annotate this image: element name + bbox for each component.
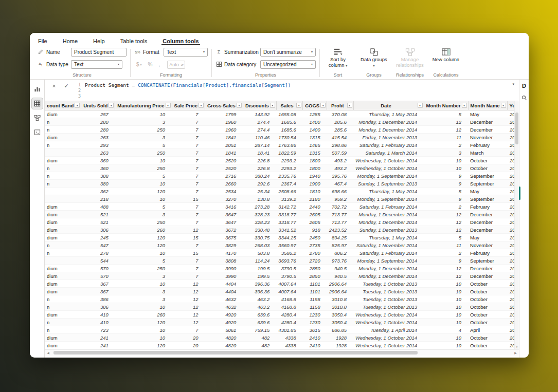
- scroll-down-icon[interactable]: ▾: [515, 345, 519, 348]
- scroll-right-icon[interactable]: ▶: [512, 351, 519, 354]
- table-cell: 2014: [507, 172, 514, 180]
- table-row: n36025072520226.82293.21800493.2Wednesda…: [45, 164, 514, 172]
- filter-icon[interactable]: ▾: [501, 103, 506, 108]
- column-header-discounts[interactable]: Discounts▾: [243, 101, 276, 110]
- horizontal-scrollbar[interactable]: ◀ ▶: [45, 349, 519, 356]
- table-cell: dium: [45, 288, 81, 295]
- scroll-left-icon[interactable]: ◀: [45, 351, 51, 354]
- table-row: dium488573416273.283142.722440702.72Satu…: [45, 203, 514, 211]
- table-cell: 2014: [507, 218, 514, 226]
- summarization-dropdown[interactable]: Don't summarize▾: [260, 48, 316, 57]
- tab-column-tools[interactable]: Column tools: [161, 36, 200, 45]
- data-category-icon: [215, 62, 222, 68]
- table-cell: 463.2: [243, 295, 276, 303]
- column-header-units-sold[interactable]: Units Sold▾: [81, 101, 115, 110]
- cancel-formula-button[interactable]: ×: [50, 82, 58, 90]
- filter-icon[interactable]: ▾: [199, 103, 204, 108]
- filter-icon[interactable]: ▾: [75, 103, 80, 108]
- expand-formula-bar-icon[interactable]: ▾: [512, 82, 514, 86]
- rename-icon: [38, 49, 44, 55]
- filter-icon[interactable]: ▾: [347, 103, 352, 108]
- data-type-dropdown[interactable]: Text▾: [71, 60, 122, 69]
- new-column-button[interactable]: New column: [431, 47, 460, 63]
- table-cell: September: [468, 180, 507, 188]
- column-header-manufacturing-price[interactable]: Manufacturing Price▾: [115, 101, 172, 110]
- table-cell: Monday, 1 December 2014: [353, 272, 424, 280]
- table-cell: 328.23: [243, 218, 276, 226]
- data-pane-collapsed[interactable]: D: [519, 80, 529, 358]
- table-cell: 2014: [507, 141, 514, 149]
- vertical-scrollbar[interactable]: ▾: [514, 101, 519, 349]
- model-view-button[interactable]: [32, 113, 43, 123]
- column-header-month-name[interactable]: Month Name▾: [468, 101, 507, 110]
- table-cell: 723: [81, 326, 115, 334]
- table-cell: 2367.4: [276, 180, 302, 188]
- new-column-icon: [441, 48, 451, 57]
- table-cell: 507.59: [327, 149, 353, 157]
- filter-icon[interactable]: ▾: [237, 103, 242, 108]
- table-cell: 1685.6: [276, 118, 302, 126]
- table-cell: 12: [424, 118, 468, 126]
- table-cell: 2906.64: [327, 280, 353, 288]
- table-cell: 120: [115, 342, 172, 349]
- column-header-profit[interactable]: Profit▾: [327, 101, 353, 110]
- table-cell: October: [468, 311, 507, 319]
- filter-icon[interactable]: ▾: [296, 103, 301, 108]
- horizontal-scrollbar-thumb[interactable]: [53, 351, 418, 354]
- data-groups-button[interactable]: Data groups ▾: [359, 47, 388, 68]
- table-cell: December: [468, 226, 507, 234]
- table-cell: Saturday, 1 February 2014: [353, 203, 424, 211]
- horizontal-scrollbar-track[interactable]: [51, 351, 512, 354]
- table-cell: 1400: [303, 126, 327, 134]
- data-pane-label: D: [522, 83, 526, 89]
- table-cell: 3: [115, 134, 172, 141]
- ribbon-group-structure: Name Product Segment A1 Data type Text▾ …: [34, 47, 130, 79]
- data-category-dropdown[interactable]: Uncategorized▾: [260, 60, 316, 69]
- tab-file[interactable]: File: [37, 36, 48, 45]
- search-icon[interactable]: [521, 94, 527, 103]
- table-row: 2632507184118.411822.591315507.59Saturda…: [45, 149, 514, 157]
- dax-query-view-button[interactable]: [32, 127, 43, 138]
- table-cell: 2: [424, 141, 468, 149]
- column-header-cogs[interactable]: COGS▾: [303, 101, 327, 110]
- tab-help[interactable]: Help: [92, 36, 106, 45]
- column-name-input[interactable]: Product Segment: [71, 48, 127, 57]
- column-header-sale-price[interactable]: Sale Price▾: [172, 101, 205, 110]
- table-cell: 10: [115, 157, 172, 164]
- table-cell: 10: [424, 288, 468, 295]
- sort-by-column-button[interactable]: Sort by column ▾: [323, 47, 352, 68]
- column-header-sales[interactable]: Sales▾: [276, 101, 302, 110]
- filter-icon[interactable]: ▾: [320, 103, 326, 108]
- vertical-scrollbar-thumb[interactable]: [515, 113, 518, 144]
- table-cell: 521: [81, 211, 115, 218]
- table-cell: 5: [424, 188, 468, 195]
- table-cell: 410: [81, 311, 115, 319]
- report-view-button[interactable]: [32, 84, 43, 95]
- table-cell: 1230: [303, 311, 327, 319]
- commit-formula-button[interactable]: ✓: [62, 82, 70, 90]
- table-cell: 1799: [205, 110, 243, 118]
- table-cell: 10: [115, 280, 172, 288]
- column-header-label: Date: [381, 103, 391, 108]
- column-header-date[interactable]: Date▾: [353, 101, 424, 110]
- column-header-month-number[interactable]: Month Number▾: [424, 101, 468, 110]
- dax-formula-input[interactable]: Product Segment = CONCATENATE(Financials…: [85, 81, 291, 88]
- filter-icon[interactable]: ▾: [109, 103, 114, 108]
- table-cell: 3: [424, 149, 468, 157]
- data-view-button[interactable]: [32, 98, 43, 109]
- filter-icon[interactable]: ▾: [462, 103, 467, 108]
- filter-icon[interactable]: ▾: [418, 103, 423, 108]
- filter-icon[interactable]: ▾: [166, 103, 171, 108]
- column-header-year[interactable]: Year▾: [507, 101, 514, 110]
- filter-icon[interactable]: ▾: [270, 103, 275, 108]
- tab-home[interactable]: Home: [62, 36, 79, 45]
- column-header-gross-sales[interactable]: Gross Sales▾: [205, 101, 243, 110]
- format-dropdown[interactable]: Text▾: [164, 48, 208, 57]
- table-cell: 2720: [303, 257, 327, 265]
- column-header-count-band[interactable]: count Band▾: [45, 101, 81, 110]
- table-cell: Tuesday, 1 October 2013: [353, 303, 424, 311]
- table-cell: 1230: [303, 319, 327, 326]
- table-row: n410120124920639.64280.412303050.4Wednes…: [45, 319, 514, 326]
- tab-table-tools[interactable]: Table tools: [119, 36, 149, 45]
- table-cell: 12: [172, 303, 205, 311]
